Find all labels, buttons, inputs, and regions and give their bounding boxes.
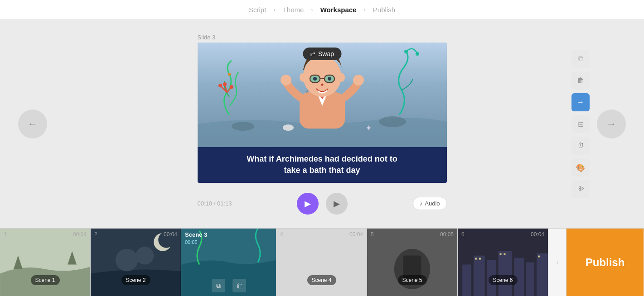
timeline-thumb-2 <box>91 229 181 296</box>
palette-icon: 🎨 <box>576 163 585 172</box>
svg-point-17 <box>338 73 345 82</box>
arrow-right-icon: → <box>577 98 584 106</box>
play-icon: ▶ <box>305 199 311 209</box>
time-separator: / <box>214 200 217 207</box>
layout-icon: ⊟ <box>578 120 584 129</box>
left-arrow-icon: ← <box>28 118 38 130</box>
active-scene-name: Scene 3 <box>185 231 207 238</box>
svg-point-0 <box>218 84 222 87</box>
time-current: 00:10 <box>198 200 213 207</box>
svg-rect-47 <box>500 253 502 255</box>
svg-point-2 <box>230 85 233 89</box>
subtitle-bar: What if Archimedes had decided not to ta… <box>198 147 447 182</box>
clock-icon: ⏱ <box>577 142 584 150</box>
trash-icon: 🗑 <box>577 76 584 85</box>
swap-label: Swap <box>318 50 334 57</box>
timeline-item-6[interactable]: 6 00:04 <box>458 229 548 296</box>
publish-panel[interactable]: Publish <box>567 229 644 296</box>
palette-tool-button[interactable]: 🎨 <box>571 158 590 177</box>
timeline-number-4: 4 <box>280 231 283 238</box>
timeline-strip: 1 00:04 Scene 1 2 00:04 <box>0 228 644 296</box>
layout-tool-button[interactable]: ⊟ <box>571 115 590 133</box>
active-scene-dur: 00:05 <box>185 239 198 245</box>
timeline-number-5: 5 <box>371 231 374 238</box>
svg-rect-41 <box>499 251 512 296</box>
time-total: 01:13 <box>217 200 232 207</box>
svg-point-30 <box>116 249 138 272</box>
swap-button[interactable]: ⇄ Swap <box>303 48 341 60</box>
timeline-item-1[interactable]: 1 00:04 Scene 1 <box>0 229 91 296</box>
svg-point-13 <box>281 75 291 86</box>
svg-point-3 <box>228 73 231 76</box>
slide-label: Slide 3 <box>198 34 216 41</box>
prev-arrow[interactable]: ← <box>18 110 47 138</box>
tl-copy-button[interactable]: ⧉ <box>212 279 225 292</box>
svg-point-5 <box>416 52 419 56</box>
timeline-item-5[interactable]: 5 00:05 Scene 5 <box>367 229 458 296</box>
svg-point-8 <box>232 122 254 131</box>
svg-rect-49 <box>538 256 540 258</box>
stage-area: ← Slide 3 ⇄ Swap <box>0 20 644 228</box>
scene-label-4: Scene 4 <box>307 275 336 285</box>
audio-icon: ♪ <box>420 200 423 207</box>
svg-rect-36 <box>403 256 421 278</box>
scene-label-5: Scene 5 <box>397 275 426 285</box>
timer-tool-button[interactable]: ⏱ <box>571 137 590 155</box>
nav-script[interactable]: Script <box>245 4 270 15</box>
timeline-item-3[interactable]: Scene 3 00:05 ⧉ 🗑 <box>181 229 276 296</box>
svg-point-9 <box>379 116 406 127</box>
visibility-tool-button[interactable]: 👁 <box>571 180 590 198</box>
timeline-thumb-6 <box>458 229 548 296</box>
right-sidebar: ⧉ 🗑 → ⊟ ⏱ 🎨 👁 <box>571 50 590 198</box>
svg-point-31 <box>136 247 154 265</box>
timeline-item-7[interactable]: 7 <box>548 229 567 296</box>
copy-tool-button[interactable]: ⧉ <box>571 50 590 68</box>
scene-label-2: Scene 2 <box>121 275 150 285</box>
timeline-duration-2: 00:04 <box>164 231 177 238</box>
controls-row: 00:10 / 01:13 ▶ ▶ ♪ Audio <box>198 193 447 215</box>
nav-theme[interactable]: Theme <box>279 4 308 15</box>
chevron-icon-3: › <box>363 6 365 13</box>
tl-trash-icon: 🗑 <box>236 282 242 289</box>
tl-delete-button[interactable]: 🗑 <box>232 279 246 292</box>
nav-publish[interactable]: Publish <box>369 4 399 15</box>
svg-point-4 <box>404 50 408 53</box>
audio-button[interactable]: ♪ Audio <box>413 197 447 210</box>
svg-text:✦: ✦ <box>365 124 372 133</box>
scene-label-6: Scene 6 <box>488 275 517 285</box>
timeline-thumb-5 <box>367 229 457 296</box>
play-button-gray[interactable]: ▶ <box>326 193 348 215</box>
svg-rect-38 <box>462 264 471 296</box>
svg-rect-43 <box>526 263 534 296</box>
nav-workspace[interactable]: Workspace <box>317 4 360 15</box>
scene-label-1: Scene 1 <box>30 275 59 285</box>
timeline-number-7: 7 <box>556 260 558 265</box>
delete-tool-button[interactable]: 🗑 <box>571 72 590 90</box>
timeline-duration-6: 00:04 <box>531 231 544 238</box>
svg-rect-39 <box>474 256 485 296</box>
chevron-icon-1: › <box>273 6 275 13</box>
play-secondary-icon: ▶ <box>334 199 340 209</box>
svg-rect-33 <box>276 229 367 296</box>
svg-point-14 <box>353 75 364 86</box>
time-display: 00:10 / 01:13 <box>198 200 232 207</box>
slide-frame: ✦ <box>198 43 447 183</box>
workspace: ← Slide 3 ⇄ Swap <box>0 20 644 296</box>
svg-point-24 <box>328 77 331 81</box>
svg-point-10 <box>283 124 294 131</box>
timeline-duration-5: 00:05 <box>440 231 454 238</box>
svg-rect-44 <box>537 253 548 296</box>
svg-point-16 <box>300 73 307 82</box>
next-tool-button[interactable]: → <box>571 93 590 111</box>
play-button-purple[interactable]: ▶ <box>297 193 319 215</box>
next-arrow[interactable]: → <box>597 110 626 138</box>
timeline-item-2[interactable]: 2 00:04 Scene 2 <box>91 229 181 296</box>
timeline-duration-1: 00:04 <box>73 231 87 238</box>
timeline-thumb-4 <box>276 229 367 296</box>
svg-point-15 <box>303 56 341 97</box>
svg-point-25 <box>321 83 323 86</box>
timeline-item-4[interactable]: 4 00:04 Scene 4 <box>276 229 367 296</box>
timeline-duration-4: 00:04 <box>349 231 363 238</box>
slide-container: Slide 3 ⇄ Swap <box>198 34 447 215</box>
svg-rect-48 <box>504 253 505 255</box>
